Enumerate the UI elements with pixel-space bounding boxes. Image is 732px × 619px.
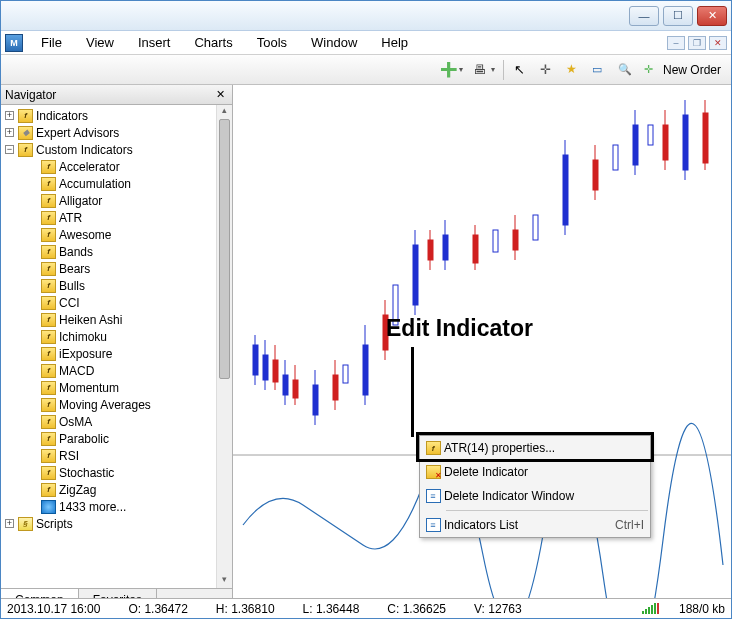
- list-icon: [426, 518, 441, 532]
- order-icon: [644, 62, 660, 78]
- tree-item-heiken-ashi[interactable]: Heiken Ashi: [1, 311, 232, 328]
- expand-icon[interactable]: +: [5, 128, 14, 137]
- tree-item-stochastic[interactable]: Stochastic: [1, 464, 232, 481]
- scroll-thumb[interactable]: [219, 119, 230, 379]
- tree-label: Moving Averages: [59, 398, 151, 412]
- child-close-button[interactable]: ✕: [709, 36, 727, 50]
- menu-file[interactable]: File: [29, 31, 74, 55]
- navigator-close-button[interactable]: ✕: [213, 88, 228, 101]
- tree-label: Stochastic: [59, 466, 114, 480]
- folder-icon: [18, 109, 33, 123]
- indicator-icon: [41, 160, 56, 174]
- window-button[interactable]: [588, 59, 612, 81]
- svg-rect-44: [613, 145, 618, 170]
- window-titlebar: — ☐ ✕: [1, 1, 731, 31]
- expand-icon[interactable]: +: [5, 519, 14, 528]
- tree-item-moving-averages[interactable]: Moving Averages: [1, 396, 232, 413]
- tree-item-zigzag[interactable]: ZigZag: [1, 481, 232, 498]
- tree-label: Accelerator: [59, 160, 120, 174]
- annotation-line: [411, 347, 414, 437]
- maximize-button[interactable]: ☐: [663, 6, 693, 26]
- tree-label: Momentum: [59, 381, 119, 395]
- svg-rect-45: [648, 125, 653, 145]
- toolbar: New Order: [1, 55, 731, 85]
- expand-icon[interactable]: +: [5, 111, 14, 120]
- tree-item-bands[interactable]: Bands: [1, 243, 232, 260]
- menu-view[interactable]: View: [74, 31, 126, 55]
- print-button[interactable]: [469, 59, 499, 81]
- tree-item-more[interactable]: 1433 more...: [1, 498, 232, 515]
- indicator-icon: [41, 483, 56, 497]
- close-button[interactable]: ✕: [697, 6, 727, 26]
- tree-label: Ichimoku: [59, 330, 107, 344]
- indicator-icon: [41, 449, 56, 463]
- tree-item-custom-indicators[interactable]: −Custom Indicators: [1, 141, 232, 158]
- tree-item-osma[interactable]: OsMA: [1, 413, 232, 430]
- new-order-button[interactable]: New Order: [640, 59, 725, 81]
- tree-label: Bears: [59, 262, 90, 276]
- scroll-up-icon[interactable]: ▴: [217, 105, 232, 119]
- menu-window[interactable]: Window: [299, 31, 369, 55]
- globe-icon: [41, 500, 56, 514]
- tree-item-cci[interactable]: CCI: [1, 294, 232, 311]
- tree-item-parabolic[interactable]: Parabolic: [1, 430, 232, 447]
- add-chart-button[interactable]: [437, 59, 467, 81]
- search-button[interactable]: [614, 59, 638, 81]
- tree-item-indicators[interactable]: +Indicators: [1, 107, 232, 124]
- tree-label: Indicators: [36, 109, 88, 123]
- ctx-delete-window[interactable]: Delete Indicator Window: [420, 484, 650, 508]
- indicator-icon: [41, 245, 56, 259]
- ctx-list-label: Indicators List: [444, 518, 615, 532]
- tree-item-atr[interactable]: ATR: [1, 209, 232, 226]
- tree-item-awesome[interactable]: Awesome: [1, 226, 232, 243]
- menu-charts[interactable]: Charts: [182, 31, 244, 55]
- menu-tools[interactable]: Tools: [245, 31, 299, 55]
- tree-item-macd[interactable]: MACD: [1, 362, 232, 379]
- menu-insert[interactable]: Insert: [126, 31, 183, 55]
- collapse-icon[interactable]: −: [5, 145, 14, 154]
- search-icon: [618, 62, 634, 78]
- crosshair-button[interactable]: [536, 59, 560, 81]
- indicator-icon: [41, 313, 56, 327]
- tree-item-expert-advisors[interactable]: +Expert Advisors: [1, 124, 232, 141]
- ctx-delete-label: Delete Indicator: [444, 465, 644, 479]
- tree-item-ichimoku[interactable]: Ichimoku: [1, 328, 232, 345]
- tree-item-iexposure[interactable]: iExposure: [1, 345, 232, 362]
- new-order-label: New Order: [663, 63, 721, 77]
- tree-item-rsi[interactable]: RSI: [1, 447, 232, 464]
- svg-rect-40: [343, 365, 348, 383]
- minimize-button[interactable]: —: [629, 6, 659, 26]
- status-kb: 188/0 kb: [679, 602, 725, 616]
- highlight-box: [416, 432, 654, 462]
- cursor-button[interactable]: [510, 59, 534, 81]
- navigator-tree[interactable]: +Indicators +Expert Advisors −Custom Ind…: [1, 105, 232, 588]
- child-minimize-button[interactable]: –: [667, 36, 685, 50]
- navigator-title: Navigator: [5, 88, 56, 102]
- tree-item-momentum[interactable]: Momentum: [1, 379, 232, 396]
- connection-bars-icon: [642, 603, 659, 614]
- menu-help[interactable]: Help: [369, 31, 420, 55]
- tree-item-alligator[interactable]: Alligator: [1, 192, 232, 209]
- app-icon: M: [5, 34, 23, 52]
- indicator-icon: [41, 466, 56, 480]
- tree-item-bears[interactable]: Bears: [1, 260, 232, 277]
- child-restore-button[interactable]: ❐: [688, 36, 706, 50]
- favorites-button[interactable]: [562, 59, 586, 81]
- ctx-separator: [446, 510, 648, 511]
- scroll-down-icon[interactable]: ▾: [217, 574, 232, 588]
- tree-item-scripts[interactable]: +Scripts: [1, 515, 232, 532]
- indicator-icon: [41, 177, 56, 191]
- tree-item-accelerator[interactable]: Accelerator: [1, 158, 232, 175]
- tree-item-accumulation[interactable]: Accumulation: [1, 175, 232, 192]
- window-icon: [426, 489, 441, 503]
- cursor-icon: [514, 62, 530, 78]
- ctx-delete-indicator[interactable]: Delete Indicator: [420, 460, 650, 484]
- ctx-indicators-list[interactable]: Indicators List Ctrl+I: [420, 513, 650, 537]
- folder-icon: [18, 143, 33, 157]
- tree-label: 1433 more...: [59, 500, 126, 514]
- tree-label: Bands: [59, 245, 93, 259]
- navigator-scrollbar[interactable]: ▴ ▾: [216, 105, 232, 588]
- folder-icon: [18, 126, 33, 140]
- tree-item-bulls[interactable]: Bulls: [1, 277, 232, 294]
- indicator-icon: [41, 432, 56, 446]
